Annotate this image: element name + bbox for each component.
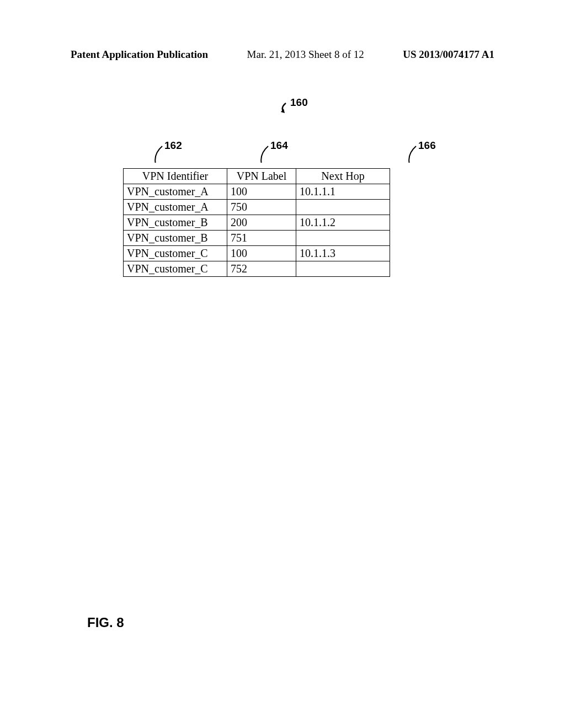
cell-vpn-id: VPN_customer_B — [124, 215, 227, 231]
cell-vpn-id: VPN_customer_B — [124, 231, 227, 246]
column-header-vpn-identifier: VPN Identifier — [124, 169, 227, 184]
cell-vpn-label: 100 — [227, 184, 296, 200]
figure-number-label: FIG. 8 — [87, 615, 124, 630]
cell-vpn-id: VPN_customer_C — [124, 261, 227, 277]
cell-vpn-label: 752 — [227, 261, 296, 277]
cell-vpn-label: 100 — [227, 246, 296, 261]
page-header: Patent Application Publication Mar. 21, … — [71, 49, 494, 61]
cell-vpn-id: VPN_customer_A — [124, 200, 227, 215]
column-reference-3: 166 — [403, 141, 430, 165]
column-header-next-hop: Next Hop — [296, 169, 390, 184]
header-date-sheet: Mar. 21, 2013 Sheet 8 of 12 — [247, 49, 364, 61]
column-reference-2: 164 — [255, 141, 282, 165]
reference-label: 166 — [418, 140, 436, 152]
table-header-row: VPN Identifier VPN Label Next Hop — [124, 169, 390, 184]
leader-line-icon — [275, 101, 291, 113]
reference-label: 162 — [164, 140, 182, 152]
table-body: VPN_customer_A 100 10.1.1.1 VPN_customer… — [124, 184, 390, 277]
cell-vpn-label: 200 — [227, 215, 296, 231]
table-row: VPN_customer_C 100 10.1.1.3 — [124, 246, 390, 261]
cell-next-hop — [296, 261, 390, 277]
cell-next-hop: 10.1.1.2 — [296, 215, 390, 231]
cell-next-hop: 10.1.1.3 — [296, 246, 390, 261]
header-publication-type: Patent Application Publication — [71, 49, 208, 61]
table-row: VPN_customer_B 751 — [124, 231, 390, 246]
column-header-vpn-label: VPN Label — [227, 169, 296, 184]
cell-vpn-label: 750 — [227, 200, 296, 215]
table-row: VPN_customer_A 100 10.1.1.1 — [124, 184, 390, 200]
cell-next-hop: 10.1.1.1 — [296, 184, 390, 200]
reference-number-main: 160 — [280, 97, 308, 109]
table-row: VPN_customer_C 752 — [124, 261, 390, 277]
cell-next-hop — [296, 231, 390, 246]
header-patent-number: US 2013/0074177 A1 — [403, 49, 494, 61]
vpn-routing-table: VPN Identifier VPN Label Next Hop VPN_cu… — [123, 168, 390, 277]
cell-vpn-id: VPN_customer_C — [124, 246, 227, 261]
column-reference-1: 162 — [149, 141, 177, 165]
reference-label: 164 — [270, 140, 288, 152]
cell-vpn-label: 751 — [227, 231, 296, 246]
table-row: VPN_customer_A 750 — [124, 200, 390, 215]
table-row: VPN_customer_B 200 10.1.1.2 — [124, 215, 390, 231]
cell-next-hop — [296, 200, 390, 215]
data-table: VPN Identifier VPN Label Next Hop VPN_cu… — [123, 168, 390, 277]
cell-vpn-id: VPN_customer_A — [124, 184, 227, 200]
reference-label: 160 — [290, 97, 308, 109]
